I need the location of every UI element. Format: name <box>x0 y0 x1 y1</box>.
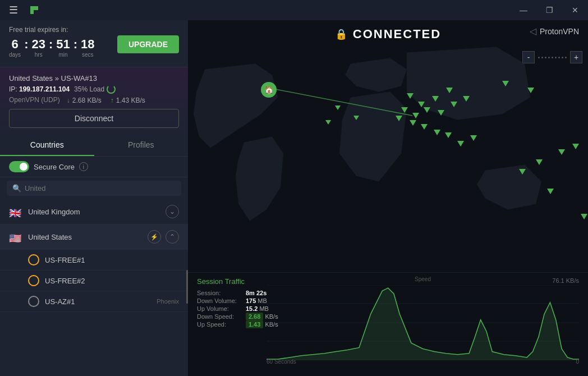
up-speed-value: 1.43 KB/s <box>116 97 145 104</box>
vpn-node-11 <box>396 116 402 121</box>
download-arrow-icon: ↓ <box>67 97 70 104</box>
session-label: Session: <box>197 290 237 296</box>
us-flag-icon: 🇺🇸 <box>9 232 22 241</box>
chart-bottom-labels: 60 Seconds 0 <box>267 359 579 365</box>
server-name-2: US-FREE#2 <box>45 277 179 285</box>
timer-min-unit: 51 min <box>56 37 70 58</box>
vpn-node-17 <box>470 135 477 141</box>
vpn-node-8 <box>438 110 444 116</box>
country-item-us[interactable]: 🇺🇸 United States ⚡ ⌃ <box>0 224 188 250</box>
country-item-uk[interactable]: 🇬🇧 United Kingdom ⌄ <box>0 199 188 224</box>
menu-icon[interactable]: ☰ <box>4 0 22 21</box>
vpn-node-na-1 <box>335 106 341 110</box>
timer-min: 51 <box>56 37 70 52</box>
vpn-node-19 <box>572 144 579 149</box>
left-panel: Free trial expires in: 6 days : 23 hrs :… <box>0 20 188 376</box>
lock-icon: 🔒 <box>335 28 347 40</box>
timer-sep-3: : <box>74 37 77 52</box>
traffic-chart-svg <box>267 285 579 360</box>
timer-hrs-unit: 23 hrs <box>31 37 45 58</box>
maximize-button[interactable]: ❐ <box>536 0 562 20</box>
search-row: 🔍 <box>7 181 181 196</box>
vpn-node-21 <box>519 169 526 175</box>
vpn-node-25 <box>581 214 587 219</box>
us-expand-button[interactable]: ⌃ <box>166 230 179 244</box>
vpn-node-2 <box>418 102 425 107</box>
vpn-node-22 <box>547 189 554 194</box>
ip-prefix: IP: <box>9 85 17 93</box>
timer-hrs-label: hrs <box>31 52 45 58</box>
timer-sep-1: : <box>24 37 28 52</box>
disconnect-button[interactable]: Disconnect <box>9 109 179 128</box>
load-text: 35% Load <box>74 85 104 93</box>
vpn-node-3 <box>432 96 439 102</box>
server-item-us-free1[interactable]: US-FREE#1 <box>0 250 188 270</box>
minimize-button[interactable]: — <box>511 0 536 20</box>
uk-expand-button[interactable]: ⌄ <box>166 205 179 218</box>
chart-time-label: 60 Seconds <box>267 359 296 365</box>
titlebar-controls: — ❐ ✕ <box>511 0 588 20</box>
world-map-svg <box>188 20 588 272</box>
server-name-1: US-FREE#1 <box>45 256 179 264</box>
trial-info: Free trial expires in: 6 days : 23 hrs :… <box>9 26 95 62</box>
vpn-node-9 <box>451 102 457 107</box>
down-speed: ↓ 2.68 KB/s <box>67 97 102 104</box>
vpn-node-na-2 <box>353 116 359 120</box>
chart-stats: Session: 8m 22s Down Volume: 175 MB Up V… <box>197 290 278 328</box>
vpn-node-20 <box>536 159 543 165</box>
vpn-node-7 <box>424 107 430 113</box>
load-bar: 35% Load <box>74 85 116 94</box>
us-actions: ⚡ ⌃ <box>148 230 179 244</box>
server-status-icon-1 <box>28 254 39 265</box>
server-item-us-az1[interactable]: US-AZ#1 Phoenix <box>0 291 188 312</box>
uk-country-name: United Kingdom <box>28 208 166 216</box>
ip-address: 199.187.211.104 <box>19 85 70 93</box>
home-vpn-node: 🏠 <box>261 82 277 98</box>
us-servers-icon[interactable]: ⚡ <box>148 230 161 244</box>
connected-text: CONNECTED <box>353 27 441 42</box>
upload-arrow-icon: ↑ <box>111 97 114 104</box>
vpn-node-12 <box>410 120 416 126</box>
timer-hrs: 23 <box>31 37 45 52</box>
up-vol-label: Up Volume: <box>197 305 237 312</box>
tabs: Countries Profiles <box>0 135 188 157</box>
vpn-node-24 <box>527 88 534 93</box>
server-item-us-free2[interactable]: US-FREE#2 <box>0 270 188 291</box>
chart-area: Session Traffic Session: 8m 22s Down Vol… <box>188 272 588 376</box>
upgrade-button[interactable]: UPGRADE <box>117 35 179 53</box>
timer-days-label: days <box>9 52 21 58</box>
vpn-node-1 <box>407 93 414 99</box>
secure-core-info-icon[interactable]: i <box>79 162 88 171</box>
trial-row: Free trial expires in: 6 days : 23 hrs :… <box>9 26 179 62</box>
timer-sep-2: : <box>49 37 53 52</box>
load-circle-icon <box>107 85 116 94</box>
timer-min-label: min <box>56 52 70 58</box>
secure-core-toggle[interactable] <box>9 161 29 172</box>
timer-secs: 18 <box>81 37 94 52</box>
tab-profiles[interactable]: Profiles <box>94 135 189 156</box>
timer-days: 6 <box>9 37 21 52</box>
chart-top-value: 76.1 KB/s <box>552 277 579 284</box>
server-status-icon-2 <box>28 275 39 286</box>
vpn-node-4 <box>446 88 453 93</box>
down-speed-value: 2.68 KB/s <box>72 97 102 104</box>
speed-row: ↓ 2.68 KB/s ↑ 1.43 KB/s <box>67 97 145 104</box>
vpn-node-16 <box>457 141 464 146</box>
protocol-row: OpenVPN (UDP) ↓ 2.68 KB/s ↑ 1.43 KB/s <box>9 95 179 104</box>
us-country-name: United States <box>28 233 148 241</box>
close-button[interactable]: ✕ <box>562 0 588 20</box>
connection-info: United States » US-WA#13 IP: 199.187.211… <box>0 67 188 134</box>
country-list: 🇬🇧 United Kingdom ⌄ 🇺🇸 United States ⚡ ⌃… <box>0 199 188 376</box>
search-icon: 🔍 <box>12 184 21 192</box>
vpn-node-13 <box>421 124 428 130</box>
vpn-node-5 <box>401 107 408 113</box>
trial-timer: 6 days : 23 hrs : 51 min : 18 <box>9 37 95 58</box>
timer-secs-label: secs <box>81 52 94 58</box>
search-input[interactable] <box>25 184 176 192</box>
secure-core-row: Secure Core i <box>0 157 188 177</box>
uk-actions: ⌄ <box>166 205 179 218</box>
secure-core-label: Secure Core <box>34 163 75 171</box>
tab-countries[interactable]: Countries <box>0 135 94 156</box>
up-speed-label: Up Speed: <box>197 321 237 328</box>
server-name-3: US-AZ#1 <box>45 297 157 306</box>
